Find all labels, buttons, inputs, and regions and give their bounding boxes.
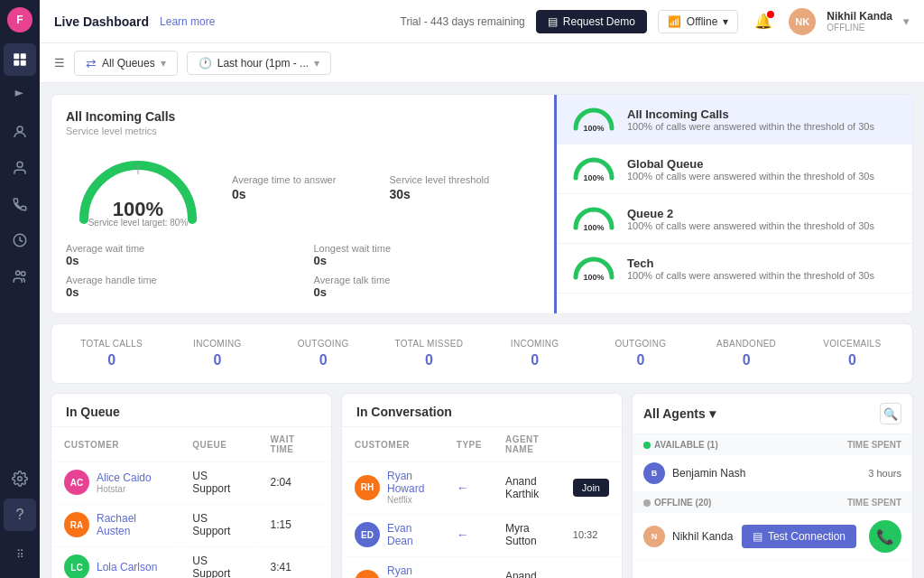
stat-outgoing-2: OUTGOING 0 [587,335,693,372]
table-row: RH Ryan Howard Netflix ← Anand Karthik [344,461,620,512]
sidebar-item-grid[interactable]: ⠿ [4,538,36,571]
sidebar-item-settings[interactable] [4,462,36,495]
metric-grid: Average time to answer 0s Service level … [232,174,540,201]
stat-incoming-2: INCOMING 0 [482,335,587,372]
menu-toggle[interactable]: ☰ [54,56,65,70]
sidebar-item-person[interactable] [4,152,36,184]
avg-handle-value: 0s [66,285,292,299]
avg-answer-value: 0s [232,187,383,201]
agents-header: All Agents ▾ 🔍 [633,394,912,434]
avg-talk-label: Average talk time [314,275,541,285]
svg-rect-3 [21,61,26,66]
conversation-table: Customer Type Agent Name RH [342,427,622,578]
table-row: RH Ryan Howard Netflix ← Anand Karthik [344,556,620,578]
sidebar-item-flag[interactable] [4,79,36,112]
user-chevron-icon[interactable]: ▾ [903,14,910,28]
request-demo-button[interactable]: ▤ Request Demo [536,10,647,33]
service-level-card: All Incoming Calls Service level metrics [51,94,913,314]
time-filter[interactable]: 🕐 Last hour (1pm - ... ▾ [187,51,331,75]
avatar: NK [789,8,816,35]
sidebar-item-group[interactable] [4,260,36,293]
avg-talk-value: 0s [314,285,541,299]
avatar: ED [355,522,380,547]
sidebar-item-phone[interactable] [4,188,36,220]
longest-wait-label: Longest wait time [314,243,541,254]
queue-item-queue2[interactable]: 100% Queue 2 100% of calls were answered… [557,194,912,244]
in-queue-title: In Queue [51,394,331,427]
learn-more-link[interactable]: Learn more [160,15,215,28]
svg-point-5 [17,162,23,167]
conv-col-type: Type [446,429,493,460]
avatar: LC [64,555,89,578]
incoming-arrow-icon: ← [457,527,469,542]
sidebar-item-help[interactable]: ? [4,499,36,531]
svg-rect-1 [21,53,26,59]
svg-rect-0 [14,53,19,59]
avatar: B [643,462,665,484]
test-conn-icon: ▤ [753,530,762,543]
chevron-down-icon: ▾ [723,15,728,28]
content-area: All Incoming Calls Service level metrics [40,83,924,578]
queue-item-global[interactable]: 100% Global Queue 100% of calls were ans… [557,144,912,194]
stats-bar: TOTAL CALLS 0 INCOMING 0 OUTGOING 0 TOTA… [51,323,913,384]
avg-wait-value: 0s [66,254,292,267]
avg-handle-label: Average handle time [66,275,292,285]
agents-search-button[interactable]: 🔍 [880,403,901,424]
queue-table: CUSTOMER QUEUE WAIT TIME AC [51,427,331,578]
notification-badge [767,11,774,18]
available-section-header: AVAILABLE (1) TIME SPENT [633,434,912,455]
svg-point-4 [17,126,23,132]
notifications-button[interactable]: 🔔 [749,7,778,36]
queue-filter-label: All Queues [102,57,155,70]
avg-answer-label: Average time to answer [232,174,383,185]
filter-bar: ☰ ⇄ All Queues ▾ 🕐 Last hour (1pm - ... … [40,43,924,83]
table-row: RA Rachael Austen US Support 1:15 [53,504,329,545]
avatar: RA [64,512,89,537]
svg-point-8 [22,272,26,276]
agent-row-nikhil: N Nikhil Kanda ▤ Test Connection 📞 [633,513,912,561]
time-filter-label: Last hour (1pm - ... [217,57,309,70]
longest-wait-value: 0s [314,254,541,267]
agents-dropdown-icon[interactable]: ▾ [709,406,716,421]
agent-row-benjamin: B Benjamin Nash 3 hours [633,455,912,492]
test-connection-button[interactable]: ▤ Test Connection [742,525,856,548]
queue-col-wait: WAIT TIME [260,429,329,460]
table-row: AC Alice Caido Hotstar US Support 2:04 [53,461,329,502]
sidebar-item-clock[interactable] [4,224,36,256]
sidebar: F ? ⠿ [0,0,40,578]
queue-filter[interactable]: ⇄ All Queues ▾ [74,51,178,76]
conv-col-agent: Agent Name [494,429,560,460]
clock-icon: 🕐 [199,57,212,70]
agents-title: All Agents ▾ [643,406,716,421]
incoming-arrow-icon: ← [457,575,469,579]
stat-voicemails: VOICEMAILS 0 [799,335,905,372]
wifi-icon: 📶 [668,15,681,28]
table-row: ED Evan Dean ← Myra Sutton 10:32 [344,514,620,555]
sidebar-item-contacts[interactable] [4,116,36,148]
status-selector[interactable]: 📶 Offline ▾ [658,10,738,33]
wait-grid: Average wait time 0s Longest wait time 0… [66,243,540,299]
app-logo: F [7,7,32,33]
avatar: RH [355,570,380,579]
in-queue-card: In Queue CUSTOMER QUEUE WAIT TIME [51,393,332,578]
queue-item-all[interactable]: 100% All Incoming Calls 100% of calls we… [557,95,912,144]
join-button[interactable]: Join [573,479,609,497]
phone-button[interactable]: 📞 [869,520,901,553]
user-name: Nikhil Kanda [827,10,892,23]
service-subtitle: Service level metrics [66,126,540,136]
table-row: LC Lola Carlson US Support 3:41 [53,546,329,578]
queue-item-tech[interactable]: 100% Tech 100% of calls were answered wi… [557,244,912,294]
avatar: N [643,526,665,547]
user-status: OFFLINE [827,23,892,33]
all-agents-card: All Agents ▾ 🔍 AVAILABLE (1) TIME SPENT [632,393,913,578]
demo-icon: ▤ [548,15,558,28]
offline-section-header: OFFLINE (20) TIME SPENT [633,492,912,513]
stat-abandoned: ABANDONED 0 [694,335,799,372]
threshold-label: Service level threshold [390,174,541,185]
offline-label: OFFLINE (20) [654,498,711,508]
gauge-target-label: Service level target: 80% [88,218,189,228]
stat-incoming: INCOMING 0 [164,335,270,372]
sidebar-item-dashboard[interactable] [4,43,36,76]
stat-total-missed: TOTAL MISSED 0 [376,335,482,372]
status-label: Offline [687,15,717,28]
